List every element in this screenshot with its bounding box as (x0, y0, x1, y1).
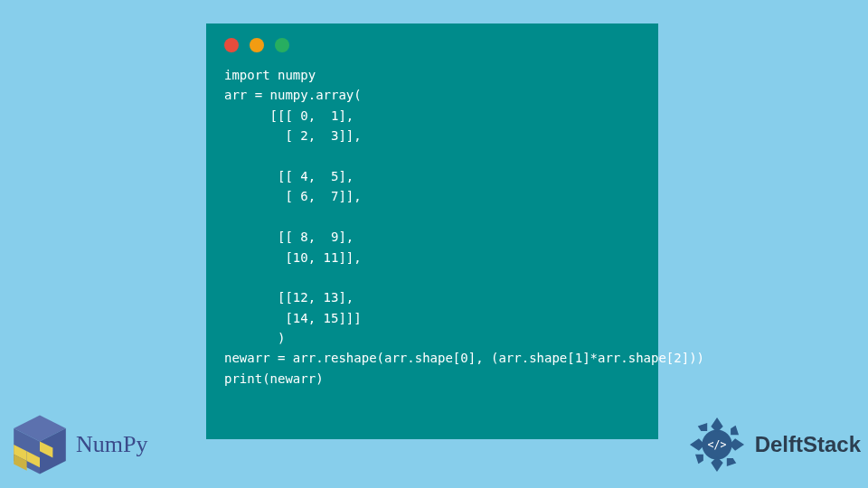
minimize-icon (250, 38, 264, 52)
delftstack-branding: </> DelftStack (684, 412, 861, 477)
code-content: import numpy arr = numpy.array( [[[ 0, 1… (224, 65, 640, 389)
traffic-lights (224, 38, 640, 52)
numpy-branding: NumPy (7, 412, 147, 477)
maximize-icon (275, 38, 289, 52)
numpy-cube-icon (7, 412, 72, 477)
delftstack-logo-icon: </> (684, 412, 750, 477)
numpy-label: NumPy (76, 431, 147, 458)
svg-text:</>: </> (707, 438, 726, 451)
close-icon (224, 38, 239, 52)
code-window: import numpy arr = numpy.array( [[[ 0, 1… (206, 23, 658, 439)
delftstack-label: DelftStack (755, 432, 861, 457)
